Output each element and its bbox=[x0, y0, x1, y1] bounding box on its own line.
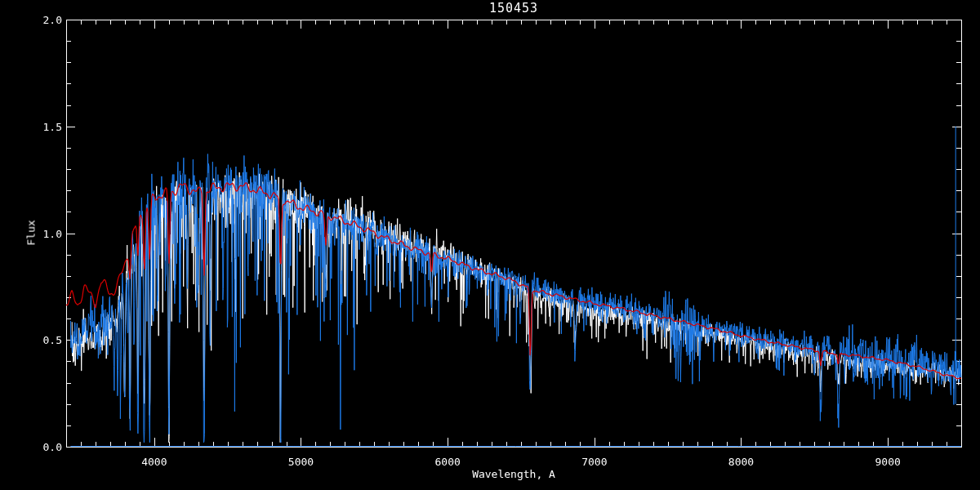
y-axis-title: Flux bbox=[25, 220, 38, 245]
spectrum-chart: 150453 Wavelength, A Flux bbox=[0, 0, 980, 490]
x-axis-title: Wavelength, A bbox=[66, 468, 961, 480]
page-title: 150453 bbox=[66, 1, 961, 16]
spectrum-plot-canvas bbox=[0, 0, 980, 490]
